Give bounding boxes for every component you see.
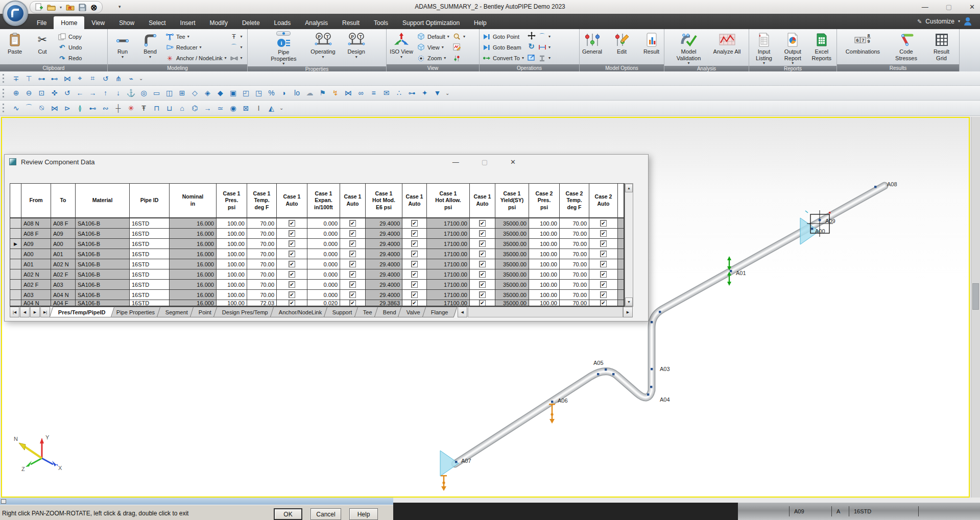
checkbox-case1-auto-1[interactable]: ✔ <box>289 281 295 288</box>
cell-case2-auto[interactable]: ✔ <box>589 218 618 229</box>
combinations-button[interactable]: 6789 Combinations <box>841 31 886 64</box>
convert-to-button[interactable]: Convert To ▾ <box>482 54 524 63</box>
cell-to[interactable]: A02 N <box>51 259 76 269</box>
ribbon-tab[interactable]: Home <box>54 16 84 29</box>
valve-component-tool[interactable]: ⋈ <box>48 103 61 114</box>
ribbon-tab[interactable]: Help <box>467 16 494 29</box>
stretch-point-tool[interactable]: ⊷ <box>48 73 61 84</box>
cell-material[interactable]: SA106-B <box>76 300 130 306</box>
plumb-view-tool[interactable]: ⚓ <box>125 87 137 98</box>
grid-row[interactable]: A08 NA08 FSA106-B16STD16.000100.0070.00✔… <box>10 218 624 229</box>
column-header-more[interactable] <box>618 184 624 218</box>
checkbox-case1-auto-3[interactable]: ✔ <box>411 251 418 257</box>
grid-tab[interactable]: Anchor/NodeLink <box>270 307 331 317</box>
cell-nominal[interactable]: 16.000 <box>170 259 217 269</box>
checkbox-case1-auto-3[interactable]: ✔ <box>411 271 418 278</box>
recent-files-button[interactable]: R <box>66 3 75 12</box>
cell-to[interactable]: A09 <box>51 229 76 239</box>
grid-tab[interactable]: Pipe Properties <box>107 307 163 317</box>
cell-case1-auto-2[interactable]: ✔ <box>340 269 366 280</box>
cell-from[interactable]: A09 <box>21 239 51 249</box>
cell-case1-temp[interactable]: 70.00 <box>247 249 277 259</box>
operating-button[interactable]: PT Operating ▾ <box>309 31 337 66</box>
cut-button[interactable]: ✂ Cut <box>29 31 56 64</box>
open-file-dropdown[interactable]: ▾ <box>60 5 62 10</box>
cell-case1-auto-2[interactable]: ✔ <box>340 249 366 259</box>
cell-case1-auto-4[interactable]: ✔ <box>470 259 495 269</box>
cell-case1-pres[interactable]: 100.00 <box>217 300 247 306</box>
customize-caret-icon[interactable]: ▾ <box>958 19 960 23</box>
cell-to[interactable]: A00 <box>51 239 76 249</box>
grid-row[interactable]: A02 NA02 FSA106-B16STD16.000100.0070.00✔… <box>10 269 624 280</box>
input-listing-button[interactable]: Input Listing ▾ <box>751 31 777 66</box>
zoom-dropdown-button[interactable]: Zoom ▾ <box>417 54 449 63</box>
cell-case1-pres[interactable]: 100.00 <box>217 249 247 259</box>
pan-tool[interactable]: ✜ <box>48 87 61 98</box>
copy-button[interactable]: Copy <box>58 32 82 41</box>
new-file-button[interactable] <box>35 3 43 12</box>
cell-case1-auto-1[interactable]: ✔ <box>277 218 307 229</box>
checkbox-case1-auto-1[interactable]: ✔ <box>289 220 295 227</box>
design-button[interactable]: PT Design ▾ <box>343 31 370 66</box>
column-header-case1-hot-mod[interactable]: Case 1Hot Mod.E6 psi <box>366 184 402 218</box>
checkbox-case2-auto[interactable]: ✔ <box>600 281 607 288</box>
base-support-tool[interactable]: ⊔ <box>163 103 176 114</box>
cell-pipe-id[interactable]: 16STD <box>130 259 170 269</box>
cell-nominal[interactable]: 16.000 <box>170 300 217 306</box>
checkbox-case1-auto-1[interactable]: ✔ <box>289 230 295 237</box>
reducer-component-tool[interactable]: ⍉ <box>35 103 48 114</box>
grid-horizontal-scrollbar[interactable] <box>468 307 623 317</box>
flange-dropdown-button[interactable]: Ŧ ▾ <box>230 32 243 41</box>
cell-case2-auto[interactable]: ✔ <box>589 259 618 269</box>
send-view-tool[interactable]: ✉ <box>380 87 393 98</box>
cell-case1-auto-4[interactable]: ✔ <box>470 300 495 306</box>
grid-row[interactable]: A03A04 NSA106-B16STD16.000100.0070.00✔0.… <box>10 290 624 300</box>
cell-case1-pres[interactable]: 100.00 <box>217 280 247 290</box>
checkbox-case1-auto-1[interactable]: ✔ <box>289 251 295 257</box>
cell-case1-expan[interactable]: 0.000 <box>307 249 340 259</box>
node-label-a03[interactable]: A03 <box>660 366 670 372</box>
cell-nominal[interactable]: 16.000 <box>170 280 217 290</box>
cell-case1-yield[interactable]: 35000.00 <box>495 229 529 239</box>
cell-case1-temp[interactable]: 70.00 <box>247 269 277 280</box>
cell-case1-hot-mod[interactable]: 29.4000 <box>366 259 402 269</box>
cell-case1-auto-1[interactable]: ✔ <box>277 280 307 290</box>
cell-material[interactable]: SA106-B <box>76 218 130 229</box>
tee-button[interactable]: Tee ▾ <box>165 32 227 41</box>
open-file-button[interactable] <box>47 3 56 12</box>
cell-case2-auto[interactable]: ✔ <box>589 239 618 249</box>
grid-row[interactable]: A04 NA04 FSA106-B16STD16.000100.0072.03✔… <box>10 300 624 306</box>
reducer-button[interactable]: Reducer ▾ <box>165 42 227 52</box>
cell-case1-temp[interactable]: 72.03 <box>247 300 277 306</box>
ok-button[interactable]: OK <box>274 508 302 520</box>
checkbox-case2-auto[interactable]: ✔ <box>600 261 607 267</box>
close-button[interactable]: ✕ <box>969 3 975 11</box>
cell-more[interactable] <box>618 259 624 269</box>
undo-button[interactable]: ↶ Undo <box>58 42 82 52</box>
checkbox-case2-auto[interactable]: ✔ <box>600 271 607 278</box>
ribbon-tab[interactable]: Show <box>112 16 141 29</box>
checkbox-case1-auto-4[interactable]: ✔ <box>479 251 486 257</box>
cell-case1-expan[interactable]: 0.000 <box>307 229 340 239</box>
cell-material[interactable]: SA106-B <box>76 290 130 300</box>
weld-component-tool[interactable]: ≃ <box>214 103 227 114</box>
cell-material[interactable]: SA106-B <box>76 269 130 280</box>
maximize-button[interactable]: ▢ <box>946 3 952 11</box>
cell-more[interactable] <box>618 269 624 280</box>
cell-nominal[interactable]: 16.000 <box>170 229 217 239</box>
column-header-case1-auto-2[interactable]: Case 1Auto <box>340 184 366 218</box>
cell-case1-expan[interactable]: 0.020 <box>307 300 340 306</box>
grid-row[interactable]: A08 FA09SA106-B16STD16.000100.0070.00✔0.… <box>10 229 624 239</box>
spline-dropdown-button[interactable]: ⌒▾ <box>538 32 551 41</box>
customize-button[interactable]: Customize <box>925 18 954 25</box>
row-selector[interactable] <box>10 229 21 239</box>
cell-case1-auto-4[interactable]: ✔ <box>470 229 495 239</box>
checkbox-case2-auto[interactable]: ✔ <box>600 220 607 227</box>
cell-case1-auto-3[interactable]: ✔ <box>402 280 427 290</box>
cell-case1-hot-mod[interactable]: 29.4000 <box>366 269 402 280</box>
cell-from[interactable]: A08 N <box>21 218 51 229</box>
cell-case1-auto-3[interactable]: ✔ <box>402 229 427 239</box>
cell-case1-auto-1[interactable]: ✔ <box>277 269 307 280</box>
grid-row[interactable]: A00A01SA106-B16STD16.000100.0070.00✔0.00… <box>10 249 624 259</box>
checkbox-case1-auto-3[interactable]: ✔ <box>411 230 418 237</box>
